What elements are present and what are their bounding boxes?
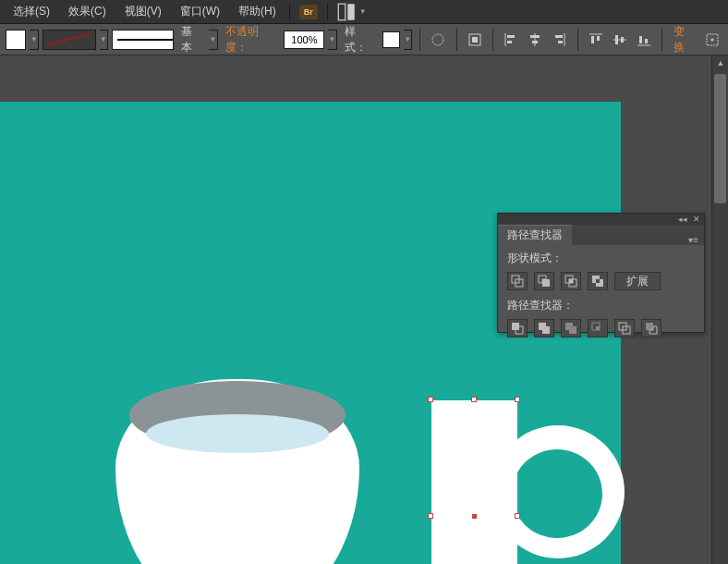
svg-rect-37 [542,326,550,334]
panel-body: 形状模式： 扩展 路径查找器： [498,245,704,350]
svg-rect-28 [542,279,550,287]
align-right-icon[interactable] [549,31,569,49]
separator [661,29,662,51]
scroll-up-icon[interactable]: ▲ [712,55,728,70]
panel-menu-icon[interactable]: ▾≡ [683,235,704,245]
svg-rect-6 [507,35,515,38]
cup-handle-hole [512,449,602,538]
selection-center[interactable] [472,514,477,519]
svg-rect-16 [597,36,600,41]
selection-handle[interactable] [428,513,433,519]
svg-rect-15 [591,36,594,43]
style-label: 样式： [345,24,375,55]
panel-tabs: 路径查找器 ▾≡ [498,225,704,245]
vertical-scrollbar[interactable]: ▲ [711,55,728,564]
shape-modes-label: 形状模式： [507,251,695,266]
opacity-dropdown[interactable]: ▼ [328,30,336,50]
menu-effect[interactable]: 效果(C) [59,4,115,19]
unite-icon[interactable] [507,272,528,290]
menu-select[interactable]: 选择(S) [4,4,59,19]
svg-rect-18 [615,35,618,44]
stroke-weight-preview[interactable] [112,30,174,50]
graphic-style-swatch[interactable] [382,31,400,48]
pathfinders-label: 路径查找器： [507,298,695,313]
separator [419,29,420,51]
expand-button[interactable]: 扩展 [614,272,661,290]
scroll-thumb[interactable] [714,74,726,203]
graphic-style-dropdown[interactable]: ▼ [404,30,412,50]
fill-swatch[interactable] [6,30,26,50]
svg-rect-7 [507,41,512,43]
menu-view[interactable]: 视图(V) [115,4,171,19]
menu-window[interactable]: 窗口(W) [171,4,229,19]
svg-rect-10 [532,41,538,43]
svg-rect-4 [472,37,478,43]
outline-icon[interactable] [614,319,635,337]
close-icon[interactable]: ✕ [693,215,700,224]
divide-icon[interactable] [507,319,528,337]
svg-rect-39 [569,326,576,334]
separator [492,29,493,51]
selection-handle[interactable] [515,513,520,519]
pathfinder-panel: ◂◂ ✕ 路径查找器 ▾≡ 形状模式： 扩展 路径查找器： [497,213,705,333]
svg-point-2 [432,34,443,45]
svg-rect-9 [530,35,540,38]
svg-rect-12 [555,35,563,38]
stroke-profile-label: 基本 [181,24,201,55]
svg-rect-1 [347,4,355,20]
svg-rect-41 [596,326,600,330]
svg-rect-22 [645,39,648,43]
opacity-label[interactable]: 不透明度： [225,24,277,55]
bridge-icon[interactable]: Br [299,5,318,19]
dropdown-arrow-icon[interactable]: ▼ [359,7,367,16]
transform-label[interactable]: 变换 [673,24,694,55]
separator [456,29,457,51]
merge-icon[interactable] [561,319,581,337]
align-bottom-icon[interactable] [634,31,654,49]
selection-handle[interactable] [471,397,477,402]
minus-back-icon[interactable] [641,319,661,337]
stroke-dropdown[interactable]: ▼ [100,30,108,50]
svg-rect-31 [569,279,573,283]
control-bar: ▼ ▼ 基本 ▼ 不透明度： ▼ 样式： ▼ 变换 [0,24,728,55]
align-to-selection-icon[interactable] [464,31,484,49]
menu-bar: 选择(S) 效果(C) 视图(V) 窗口(W) 帮助(H) Br ▼ [0,0,728,24]
exclude-icon[interactable] [588,272,608,290]
isolate-icon[interactable] [702,31,722,49]
minus-front-icon[interactable] [534,272,554,290]
workspace: ▲ ◂◂ ✕ 路径查找器 ▾≡ 形状模式： 扩展 路径查找器： [0,55,728,564]
selected-rectangle[interactable] [431,400,517,564]
align-center-v-icon[interactable] [610,31,630,49]
svg-rect-13 [558,41,563,43]
separator [327,4,328,20]
selection-handle[interactable] [515,397,520,402]
fill-dropdown[interactable]: ▼ [30,30,38,50]
svg-rect-0 [338,4,346,20]
panel-titlebar[interactable]: ◂◂ ✕ [498,214,704,225]
arrange-documents-icon[interactable] [337,5,356,19]
menu-help[interactable]: 帮助(H) [229,4,285,19]
svg-rect-34 [596,279,600,283]
intersect-icon[interactable] [561,272,581,290]
align-center-h-icon[interactable] [525,31,545,49]
svg-rect-19 [621,37,624,43]
stroke-swatch[interactable] [42,30,96,50]
separator [577,29,578,51]
cup-water-shape [146,414,329,453]
align-top-icon[interactable] [586,31,606,49]
panel-tab-pathfinder[interactable]: 路径查找器 [498,225,572,245]
separator [289,4,290,20]
recolor-artwork-icon[interactable] [428,31,448,49]
collapse-icon[interactable]: ◂◂ [678,215,687,224]
selection-handle[interactable] [428,397,433,402]
align-left-icon[interactable] [501,31,521,49]
svg-rect-21 [639,36,642,43]
svg-rect-44 [646,323,653,330]
crop-icon[interactable] [588,319,608,337]
stroke-profile-dropdown[interactable]: ▼ [209,30,217,50]
trim-icon[interactable] [534,319,554,337]
opacity-input[interactable] [284,31,324,49]
